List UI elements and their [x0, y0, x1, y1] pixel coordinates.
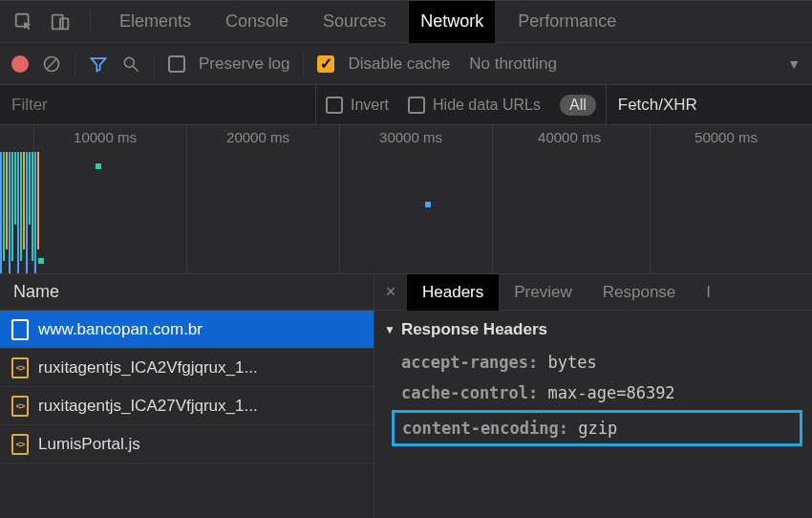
request-name: ruxitagentjs_ICA27Vfjqrux_1...	[38, 397, 258, 416]
request-row[interactable]: LumisPortal.js	[0, 425, 374, 464]
svg-line-6	[134, 66, 139, 71]
request-name: LumisPortal.js	[38, 435, 140, 454]
svg-rect-2	[60, 18, 68, 29]
tab-elements[interactable]: Elements	[108, 1, 203, 43]
request-row[interactable]: ruxitagentjs_ICA27Vfjqrux_1...	[0, 387, 374, 425]
preserve-log-checkbox[interactable]	[168, 55, 185, 73]
request-row[interactable]: www.bancopan.com.br	[0, 311, 374, 349]
tab-response[interactable]: Response	[588, 274, 692, 311]
script-icon	[11, 396, 29, 417]
throttling-select[interactable]: No throttling	[469, 54, 557, 74]
timeline-tick: 40000 ms	[538, 129, 601, 145]
request-name: www.bancopan.com.br	[38, 320, 203, 339]
timeline-marker	[96, 163, 101, 169]
section-title: Response Headers	[401, 320, 547, 339]
search-icon[interactable]	[121, 54, 140, 74]
tab-headers[interactable]: Headers	[407, 274, 499, 311]
disclosure-triangle-icon: ▼	[384, 323, 395, 336]
timeline-waterfall-bars	[0, 152, 57, 273]
header-row: accept-ranges: bytes	[374, 347, 812, 378]
tab-initiator[interactable]: I	[691, 274, 726, 311]
invert-label: Invert	[351, 97, 389, 114]
timeline-tick: 50000 ms	[694, 129, 758, 145]
request-details: × Headers Preview Response I ▼ Response …	[374, 274, 812, 518]
disable-cache-label: Disable cache	[348, 54, 450, 74]
svg-rect-1	[53, 14, 63, 29]
timeline-marker	[38, 258, 44, 264]
preserve-log-label: Preserve log	[199, 54, 289, 74]
hide-data-urls-label: Hide data URLs	[433, 97, 541, 114]
timeline-tick: 20000 ms	[226, 129, 289, 145]
timeline-tick: 30000 ms	[379, 129, 442, 145]
script-icon	[11, 357, 29, 378]
device-toggle-icon[interactable]	[48, 10, 73, 34]
close-details-icon[interactable]: ×	[374, 282, 407, 302]
document-icon	[11, 319, 29, 340]
invert-checkbox[interactable]	[326, 97, 343, 114]
filter-input[interactable]	[0, 85, 315, 125]
chevron-down-icon[interactable]: ▼	[787, 56, 801, 72]
tab-performance[interactable]: Performance	[506, 1, 628, 43]
request-name: ruxitagentjs_ICA2Vfgjqrux_1...	[38, 358, 258, 378]
header-row-highlighted: content-encoding: gzip	[392, 410, 802, 446]
script-icon	[11, 434, 29, 455]
tab-network[interactable]: Network	[409, 1, 495, 43]
timeline-marker	[425, 202, 431, 207]
tab-console[interactable]: Console	[214, 1, 300, 43]
network-toolbar: Preserve log ✓ Disable cache No throttli…	[0, 43, 812, 85]
network-filter-bar: Invert Hide data URLs All Fetch/XHR	[0, 85, 812, 125]
header-row: cache-control: max-age=86392	[374, 378, 812, 408]
tab-sources[interactable]: Sources	[311, 1, 397, 43]
record-button[interactable]	[11, 55, 29, 73]
request-list: Name www.bancopan.com.br ruxitagentjs_IC…	[0, 274, 374, 518]
request-row[interactable]: ruxitagentjs_ICA2Vfgjqrux_1...	[0, 349, 374, 387]
devtools-panel-tabs: Elements Console Sources Network Perform…	[0, 1, 812, 43]
disable-cache-checkbox[interactable]: ✓	[317, 55, 334, 73]
filter-all-pill[interactable]: All	[560, 95, 596, 116]
svg-line-4	[47, 59, 56, 69]
network-timeline[interactable]: 10000 ms 20000 ms 30000 ms 40000 ms 5000…	[0, 125, 812, 274]
inspect-icon[interactable]	[11, 10, 36, 34]
hide-data-urls-checkbox[interactable]	[408, 97, 425, 114]
timeline-tick: 10000 ms	[74, 129, 137, 145]
filter-icon[interactable]	[89, 54, 108, 74]
svg-point-5	[124, 57, 134, 67]
response-headers-section[interactable]: ▼ Response Headers	[374, 311, 812, 347]
column-header-name[interactable]: Name	[0, 274, 374, 311]
clear-icon[interactable]	[42, 54, 61, 74]
filter-fetch-xhr[interactable]: Fetch/XHR	[606, 85, 709, 124]
details-tabs: × Headers Preview Response I	[374, 274, 812, 311]
tab-preview[interactable]: Preview	[499, 274, 587, 311]
